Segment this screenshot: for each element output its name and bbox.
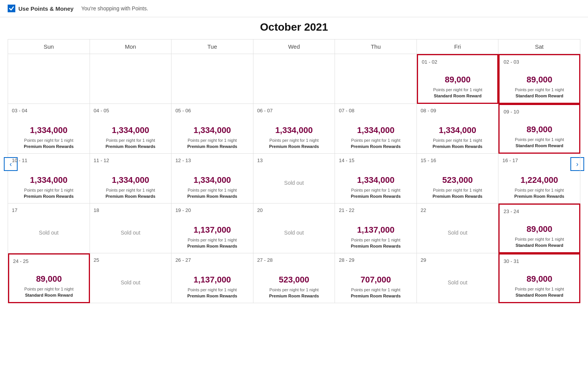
calendar-cell-17[interactable]: 13Sold out <box>253 154 335 204</box>
day-header-thu: Thu <box>335 39 417 54</box>
cell-date-7: 03 - 04 <box>12 108 27 113</box>
cell-date-32: 28 - 29 <box>339 257 354 263</box>
cell-sub-25: Points per night for 1 nightPremium Room… <box>339 237 413 249</box>
cell-sub-14: Points per night for 1 nightPremium Room… <box>12 187 86 199</box>
calendar-container: October 2021 ‹ › SunMonTueWedThuFriSat 0… <box>0 17 588 311</box>
calendar-cell-22[interactable]: 18Sold out <box>90 204 172 253</box>
calendar-cell-13[interactable]: 09 - 1089,000Points per night for 1 nigh… <box>498 104 580 154</box>
cell-points-5: 89,000 <box>422 75 494 85</box>
cell-sub-31: Points per night for 1 nightPremium Room… <box>257 287 331 299</box>
calendar-cell-34[interactable]: 30 - 3189,000Points per night for 1 nigh… <box>498 253 580 303</box>
cell-points-34: 89,000 <box>503 274 575 284</box>
cell-points-8: 1,334,000 <box>94 125 168 135</box>
cell-date-21: 17 <box>12 207 17 213</box>
calendar-cell-33[interactable]: 29Sold out <box>417 253 499 303</box>
calendar-cell-26[interactable]: 22Sold out <box>417 204 499 253</box>
cell-points-14: 1,334,000 <box>12 175 86 185</box>
cell-sub-10: Points per night for 1 nightPremium Room… <box>257 138 331 149</box>
calendar-cell-19[interactable]: 15 - 16523,000Points per night for 1 nig… <box>417 154 499 204</box>
calendar-cell-29[interactable]: 25Sold out <box>90 253 172 303</box>
cell-sub-6: Points per night for 1 nightStandard Roo… <box>503 87 575 99</box>
cell-date-34: 30 - 31 <box>503 258 519 264</box>
cell-points-9: 1,334,000 <box>175 125 249 135</box>
cell-date-22: 18 <box>94 207 99 213</box>
calendar-cell-21[interactable]: 17Sold out <box>8 204 90 253</box>
cell-sub-27: Points per night for 1 nightStandard Roo… <box>503 236 575 248</box>
cell-sub-9: Points per night for 1 nightPremium Room… <box>175 138 249 149</box>
calendar-cell-8[interactable]: 04 - 051,334,000Points per night for 1 n… <box>90 104 172 154</box>
cell-date-33: 29 <box>421 257 426 263</box>
use-points-checkbox[interactable] <box>8 5 15 12</box>
calendar-cell-20[interactable]: 16 - 171,224,000Points per night for 1 n… <box>498 154 580 204</box>
calendar-cell-18[interactable]: 14 - 151,334,000Points per night for 1 n… <box>335 154 417 204</box>
cell-date-14: 10 - 11 <box>12 158 27 163</box>
cell-points-18: 1,334,000 <box>339 175 413 185</box>
calendar-cell-6[interactable]: 02 - 0389,000Points per night for 1 nigh… <box>498 54 580 104</box>
calendar-cell-7[interactable]: 03 - 041,334,000Points per night for 1 n… <box>8 104 90 154</box>
day-header-tue: Tue <box>172 39 253 54</box>
cell-sub-7: Points per night for 1 nightPremium Room… <box>12 138 86 149</box>
cell-date-8: 04 - 05 <box>94 108 109 113</box>
cell-date-20: 16 - 17 <box>502 158 518 163</box>
calendar-grid: 01 - 0289,000Points per night for 1 nigh… <box>8 54 580 303</box>
calendar-cell-12[interactable]: 08 - 091,334,000Points per night for 1 n… <box>417 104 499 154</box>
cell-date-28: 24 - 25 <box>13 258 28 264</box>
cell-sub-30: Points per night for 1 nightPremium Room… <box>175 287 249 299</box>
calendar-cell-28[interactable]: 24 - 2589,000Points per night for 1 nigh… <box>8 253 90 303</box>
cell-date-24: 20 <box>257 207 263 213</box>
cell-points-32: 707,000 <box>339 275 413 285</box>
cell-date-18: 14 - 15 <box>339 158 354 163</box>
calendar-cell-3 <box>253 54 335 104</box>
cell-date-13: 09 - 10 <box>503 109 519 115</box>
cell-date-26: 22 <box>421 207 426 213</box>
cell-points-27: 89,000 <box>503 224 575 234</box>
cell-sub-15: Points per night for 1 nightPremium Room… <box>94 187 168 199</box>
cell-date-16: 12 - 13 <box>175 158 191 163</box>
cell-date-25: 21 - 22 <box>339 207 354 213</box>
shopping-with-text: You're shopping with Points. <box>81 5 148 11</box>
cell-sub-18: Points per night for 1 nightPremium Room… <box>339 187 413 199</box>
cell-points-12: 1,334,000 <box>421 125 495 135</box>
calendar-cell-14[interactable]: 10 - 111,334,000Points per night for 1 n… <box>8 154 90 204</box>
cell-sub-12: Points per night for 1 nightPremium Room… <box>421 138 495 149</box>
cell-points-31: 523,000 <box>257 275 331 285</box>
cell-date-29: 25 <box>94 257 99 263</box>
header-bar: Use Points & Money You're shopping with … <box>0 0 588 17</box>
calendar-cell-9[interactable]: 05 - 061,334,000Points per night for 1 n… <box>172 104 253 154</box>
sold-out-text-21: Sold out <box>12 230 86 236</box>
calendar-cell-5[interactable]: 01 - 0289,000Points per night for 1 nigh… <box>417 54 499 104</box>
calendar-cell-24[interactable]: 20Sold out <box>253 204 335 253</box>
cell-points-11: 1,334,000 <box>339 125 413 135</box>
calendar-cell-27[interactable]: 23 - 2489,000Points per night for 1 nigh… <box>498 204 580 253</box>
calendar-cell-15[interactable]: 11 - 121,334,000Points per night for 1 n… <box>90 154 172 204</box>
day-header-sun: Sun <box>8 39 90 54</box>
cell-sub-13: Points per night for 1 nightStandard Roo… <box>503 137 575 149</box>
calendar-cell-23[interactable]: 19 - 201,137,000Points per night for 1 n… <box>172 204 253 253</box>
calendar-cell-31[interactable]: 27 - 28523,000Points per night for 1 nig… <box>253 253 335 303</box>
calendar-cell-11[interactable]: 07 - 081,334,000Points per night for 1 n… <box>335 104 417 154</box>
calendar-cell-10[interactable]: 06 - 071,334,000Points per night for 1 n… <box>253 104 335 154</box>
cell-points-19: 523,000 <box>421 175 495 185</box>
calendar-cell-25[interactable]: 21 - 221,137,000Points per night for 1 n… <box>335 204 417 253</box>
use-points-checkbox-wrapper[interactable]: Use Points & Money <box>8 5 74 12</box>
day-header-mon: Mon <box>90 39 172 54</box>
cell-points-28: 89,000 <box>13 274 85 284</box>
cell-points-30: 1,137,000 <box>175 275 249 285</box>
cell-points-6: 89,000 <box>503 75 575 85</box>
cell-date-19: 15 - 16 <box>421 158 436 163</box>
cell-points-25: 1,137,000 <box>339 225 413 235</box>
cell-date-5: 01 - 02 <box>422 59 437 65</box>
sold-out-text-29: Sold out <box>94 279 168 286</box>
sold-out-text-17: Sold out <box>257 180 331 186</box>
cell-points-20: 1,224,000 <box>502 175 576 185</box>
calendar-cell-30[interactable]: 26 - 271,137,000Points per night for 1 n… <box>172 253 253 303</box>
sold-out-text-24: Sold out <box>257 230 331 236</box>
day-header-fri: Fri <box>417 39 499 54</box>
cell-sub-11: Points per night for 1 nightPremium Room… <box>339 138 413 149</box>
calendar-cell-0 <box>8 54 90 104</box>
use-points-label: Use Points & Money <box>18 5 74 12</box>
calendar-cell-16[interactable]: 12 - 131,334,000Points per night for 1 n… <box>172 154 253 204</box>
calendar-cell-32[interactable]: 28 - 29707,000Points per night for 1 nig… <box>335 253 417 303</box>
day-header-wed: Wed <box>253 39 335 54</box>
calendar-cell-4 <box>335 54 417 104</box>
